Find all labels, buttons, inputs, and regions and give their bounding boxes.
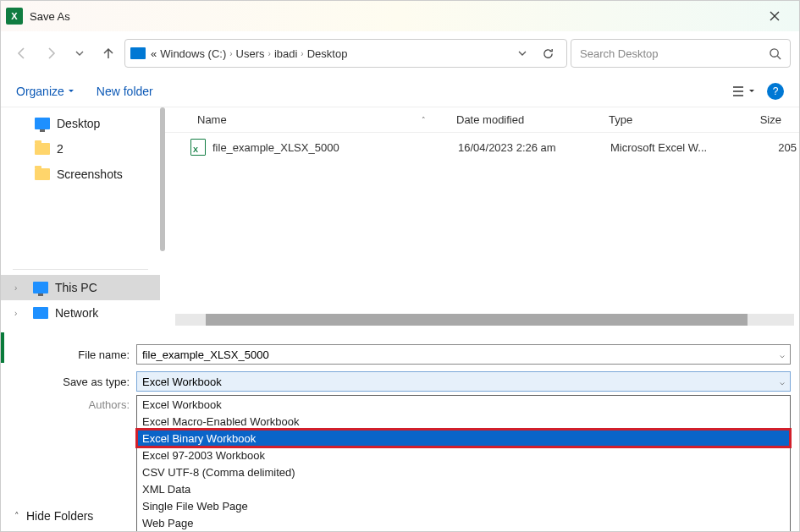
tree-item-folder[interactable]: 2 (1, 136, 160, 162)
explorer-pane: Desktop 2 Screenshots ›This PC ›Network … (1, 107, 799, 329)
excel-app-icon: X (6, 8, 23, 25)
address-bar[interactable]: « Windows (C:)› Users› ibadi› Desktop (124, 39, 567, 68)
list-view-icon (731, 85, 745, 97)
drive-icon (130, 47, 146, 59)
file-type: Microsoft Excel W... (610, 141, 746, 154)
tree-separator (13, 269, 148, 270)
chevron-right-icon: › (14, 283, 26, 293)
arrow-right-icon (44, 47, 58, 60)
tree-item-network[interactable]: ›Network (1, 300, 160, 326)
savetype-option[interactable]: Excel 97-2003 Workbook (137, 447, 790, 463)
savetype-option[interactable]: Excel Binary Workbook (137, 430, 790, 447)
close-button[interactable] (755, 3, 794, 29)
chevron-right-icon: › (268, 49, 271, 58)
svg-point-0 (770, 48, 778, 56)
file-size: 205 (746, 141, 797, 154)
file-row[interactable]: file_example_XLSX_5000 16/04/2023 2:26 a… (165, 133, 799, 162)
chevron-down-icon: ⌵ (780, 377, 785, 387)
file-list: Name˄ Date modified Type Size file_examp… (165, 107, 799, 329)
column-type[interactable]: Type (602, 113, 737, 126)
horizontal-scrollbar[interactable] (175, 314, 794, 326)
new-folder-button[interactable]: New folder (97, 85, 153, 98)
arrow-left-icon (15, 47, 29, 60)
navigation-row: « Windows (C:)› Users› ibadi› Desktop Se… (1, 31, 799, 75)
savetype-option[interactable]: Single File Web Page (137, 497, 790, 514)
tree-item-folder[interactable]: Screenshots (1, 162, 160, 187)
hide-folders-button[interactable]: ˄ Hide Folders (14, 509, 93, 523)
window-title: Save As (30, 10, 70, 23)
filename-input[interactable]: file_example_XLSX_5000 ⌵ (136, 344, 791, 365)
view-options-button[interactable] (731, 85, 755, 97)
sort-caret-icon: ˄ (422, 116, 426, 124)
arrow-up-icon (102, 47, 115, 60)
column-headers: Name˄ Date modified Type Size (165, 107, 799, 133)
title-bar: X Save As (1, 1, 799, 31)
chevron-down-icon (518, 49, 527, 58)
chevron-up-icon: ˄ (14, 511, 19, 522)
recent-dropdown-button[interactable] (67, 39, 92, 68)
caret-down-icon (748, 88, 755, 95)
column-date[interactable]: Date modified (450, 113, 602, 126)
file-date: 16/04/2023 2:26 am (458, 141, 610, 154)
breadcrumb-item[interactable]: Desktop (307, 47, 348, 60)
organize-button[interactable]: Organize (16, 85, 74, 98)
folder-tree: Desktop 2 Screenshots ›This PC ›Network (1, 107, 160, 329)
search-placeholder: Search Desktop (580, 47, 659, 60)
chevron-right-icon: › (301, 49, 303, 58)
savetype-option[interactable]: Web Page (137, 514, 790, 531)
refresh-icon (542, 47, 554, 60)
search-input[interactable]: Search Desktop (571, 39, 791, 68)
chevron-right-icon: › (229, 49, 232, 58)
forward-button[interactable] (38, 39, 63, 68)
chevron-down-icon[interactable]: ⌵ (780, 350, 785, 359)
savetype-option[interactable]: XML Data (137, 480, 790, 497)
folder-icon (35, 168, 50, 180)
monitor-icon (33, 282, 48, 293)
savetype-dropdown[interactable]: Excel Workbook ⌵ (136, 371, 791, 392)
file-name: file_example_XLSX_5000 (212, 141, 458, 154)
refresh-button[interactable] (535, 47, 561, 60)
chevron-right-icon: › (14, 309, 26, 318)
savetype-options-list: Excel WorkbookExcel Macro-Enabled Workbo… (136, 395, 791, 532)
tree-item-desktop[interactable]: Desktop (1, 111, 160, 136)
column-name[interactable]: Name˄ (190, 113, 450, 126)
breadcrumb-item[interactable]: Users› (236, 47, 271, 60)
savetype-option[interactable]: Excel Macro-Enabled Workbook (137, 413, 790, 430)
address-history-button[interactable] (513, 49, 532, 58)
search-icon (769, 47, 781, 60)
filename-label: File name: (9, 348, 136, 361)
back-button[interactable] (9, 39, 35, 68)
excel-file-icon (190, 139, 206, 156)
toolbar: Organize New folder ? (1, 75, 799, 107)
column-size[interactable]: Size (737, 113, 788, 126)
close-icon (770, 11, 780, 21)
folder-icon (35, 143, 50, 155)
caret-down-icon (68, 88, 74, 95)
savetype-option[interactable]: Excel Workbook (137, 396, 790, 413)
savetype-option[interactable]: CSV UTF-8 (Comma delimited) (137, 463, 790, 480)
save-form: File name: file_example_XLSX_5000 ⌵ Save… (1, 329, 799, 423)
tree-item-this-pc[interactable]: ›This PC (1, 275, 160, 300)
monitor-icon (35, 118, 50, 129)
chevron-down-icon (74, 48, 85, 58)
savetype-label: Save as type: (9, 376, 136, 388)
breadcrumb-item[interactable]: ibadi› (274, 47, 304, 60)
network-icon (33, 307, 48, 319)
up-button[interactable] (96, 39, 121, 68)
authors-label: Authors: (9, 398, 136, 411)
help-button[interactable]: ? (767, 83, 784, 100)
breadcrumb-item[interactable]: Windows (C:)› (160, 47, 232, 60)
breadcrumb-prefix: « (151, 47, 157, 60)
